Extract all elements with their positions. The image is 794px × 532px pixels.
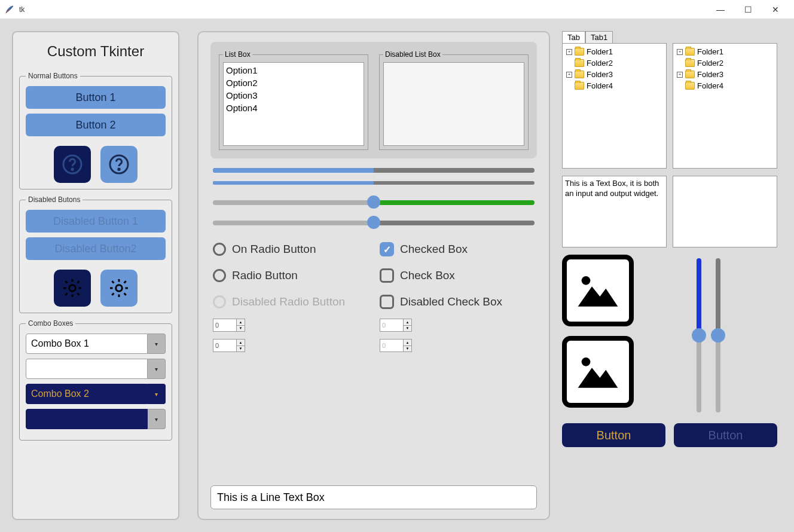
folder-icon [685, 48, 695, 56]
chevron-down-icon[interactable]: ▾ [148, 334, 166, 354]
tab-2[interactable]: Tab1 [585, 31, 613, 43]
list-item[interactable]: Option1 [226, 64, 361, 77]
app-icon [5, 5, 14, 14]
text-box-2[interactable] [673, 176, 777, 247]
disabled-buttons-legend: Disabled Butons [26, 195, 83, 204]
combo-box-2[interactable]: ▾ [26, 359, 166, 379]
checkbox-unchecked[interactable]: Check Box [380, 268, 535, 283]
radio-on[interactable]: On Radio Button [213, 242, 368, 256]
spinbox-3[interactable]: 0▲▼ [213, 339, 245, 352]
tree-view-left[interactable]: +Folder1Folder2+Folder3Folder4 [562, 43, 667, 169]
normal-buttons-group: Normal Buttons Button 1 Button 2 [19, 72, 172, 189]
close-button[interactable]: ✕ [762, 0, 789, 19]
combo-boxes-legend: Combo Boxes [26, 319, 75, 328]
button-2[interactable]: Button 2 [26, 114, 166, 136]
spin-down-icon: ▼ [404, 326, 411, 332]
line-text-input[interactable]: This is a Line Text Box [210, 485, 537, 509]
expand-icon[interactable]: + [677, 49, 683, 55]
svg-point-4 [69, 285, 76, 292]
tree-item[interactable]: +Folder3 [677, 70, 773, 79]
text-box-1[interactable]: This is a Text Box, it is both an input … [562, 176, 667, 247]
svg-point-6 [582, 276, 591, 285]
tab-1[interactable]: Tab [562, 31, 585, 43]
tree-item-label: Folder2 [587, 59, 613, 68]
help-icon-button-dark[interactable] [54, 146, 91, 183]
folder-icon [685, 71, 695, 78]
progress-bar-2 [213, 181, 535, 185]
checkbox-checked[interactable]: ✓Checked Box [380, 242, 535, 256]
combo-value: Combo Box 2 [26, 384, 148, 404]
chevron-down-icon[interactable]: ▾ [148, 384, 166, 404]
gear-icon [108, 277, 130, 299]
tree-item[interactable]: +Folder3 [566, 70, 662, 79]
radio-icon [213, 269, 226, 282]
folder-icon [575, 59, 584, 67]
tree-item[interactable]: Folder4 [566, 81, 662, 90]
vertical-slider-2[interactable] [715, 258, 721, 412]
check-icon: ✓ [380, 242, 394, 256]
list-box-content[interactable]: Option1 Option2 Option3 Option4 [223, 62, 364, 146]
folder-icon [575, 71, 584, 78]
tree-item[interactable]: Folder4 [677, 81, 773, 90]
image-icon [574, 351, 622, 393]
spin-up-icon[interactable]: ▲ [237, 340, 245, 346]
image-placeholder-2 [562, 336, 634, 408]
spin-up-icon[interactable]: ▲ [237, 319, 245, 326]
expand-icon [566, 83, 572, 89]
combo-box-1[interactable]: Combo Box 1 ▾ [26, 334, 166, 354]
tree-item[interactable]: +Folder1 [677, 47, 773, 56]
chevron-down-icon[interactable]: ▾ [148, 359, 166, 379]
bottom-button-enabled[interactable]: Button [562, 423, 665, 447]
gear-icon-button-light [100, 270, 138, 307]
chevron-down-icon[interactable]: ▾ [148, 409, 166, 429]
gear-icon [62, 277, 83, 299]
window-title: tk [19, 5, 707, 14]
right-panel: Tab Tab1 +Folder1Folder2+Folder3Folder4 … [562, 31, 777, 520]
folder-icon [685, 59, 695, 67]
list-item[interactable]: Option4 [226, 102, 361, 114]
list-item[interactable]: Option2 [226, 77, 361, 89]
svg-point-3 [118, 169, 120, 170]
combo-value: Combo Box 1 [26, 334, 148, 354]
center-panel: List Box Option1 Option2 Option3 Option4… [197, 31, 550, 520]
tree-item-label: Folder2 [697, 59, 723, 68]
combo-box-3[interactable]: Combo Box 2 ▾ [26, 384, 166, 404]
image-icon [574, 270, 622, 311]
combo-box-4[interactable]: ▾ [26, 409, 166, 429]
slider-1[interactable] [213, 198, 535, 207]
folder-icon [575, 82, 584, 90]
checkbox-disabled: Disabled Check Box [380, 295, 535, 309]
tree-item[interactable]: Folder2 [566, 59, 662, 68]
bottom-button-disabled: Button [674, 423, 777, 447]
spin-down-icon[interactable]: ▼ [237, 346, 245, 352]
tree-item-label: Folder3 [587, 70, 613, 79]
folder-icon [575, 48, 584, 56]
minimize-button[interactable]: ― [707, 0, 734, 19]
combo-value [26, 409, 148, 429]
gear-icon-button-dark [54, 270, 91, 307]
list-item[interactable]: Option3 [226, 89, 361, 102]
expand-icon[interactable]: + [566, 49, 572, 55]
question-icon [62, 154, 83, 175]
slider-2[interactable] [213, 218, 535, 228]
tree-item[interactable]: Folder2 [677, 59, 773, 68]
expand-icon [677, 60, 683, 66]
expand-icon[interactable]: + [677, 72, 683, 78]
folder-icon [685, 82, 695, 90]
expand-icon[interactable]: + [566, 72, 572, 78]
spin-up-icon: ▲ [404, 340, 411, 346]
radio-off[interactable]: Radio Button [213, 268, 368, 283]
spinbox-1[interactable]: 0▲▼ [213, 319, 245, 332]
normal-buttons-legend: Normal Buttons [26, 72, 80, 80]
tab-bar: Tab Tab1 [562, 31, 777, 43]
disabled-button-1: Disabled Button 1 [26, 210, 166, 233]
vertical-slider-1[interactable] [696, 258, 702, 412]
tree-item[interactable]: +Folder1 [566, 47, 662, 56]
spin-up-icon: ▲ [404, 319, 411, 326]
maximize-button[interactable]: ☐ [734, 0, 762, 19]
tree-view-right[interactable]: +Folder1Folder2+Folder3Folder4 [673, 43, 777, 169]
spin-down-icon[interactable]: ▼ [237, 326, 245, 332]
svg-point-7 [582, 357, 591, 366]
button-1[interactable]: Button 1 [26, 86, 166, 109]
help-icon-button-light[interactable] [100, 146, 138, 183]
